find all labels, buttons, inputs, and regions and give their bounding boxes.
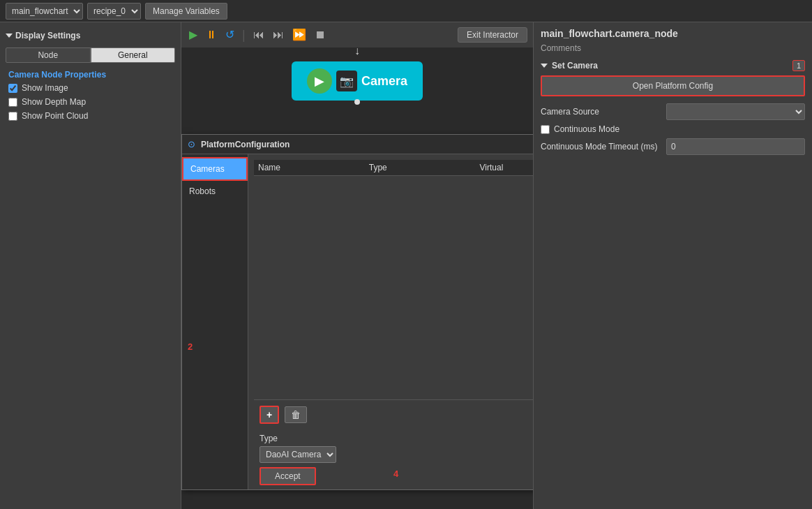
type-row: Type [254, 429, 533, 443]
tab-general[interactable]: General [91, 47, 176, 63]
show-depth-map-row: Show Depth Map [0, 95, 181, 109]
open-platform-config-button[interactable]: Open Platform Config [541, 75, 805, 96]
main-layout: Display Settings Node General Camera Nod… [0, 22, 812, 509]
continuous-mode-checkbox[interactable] [541, 125, 550, 134]
show-image-label: Show Image [22, 83, 68, 93]
camera-type-select[interactable]: DaoAI Camera [260, 446, 336, 463]
tab-node[interactable]: Node [6, 47, 91, 63]
continuous-timeout-input[interactable] [666, 138, 805, 155]
set-camera-title: Set Camera [552, 61, 598, 71]
comments-label: Comments [541, 43, 805, 53]
camera-source-select[interactable] [666, 103, 805, 120]
col-name: Name [258, 163, 369, 172]
dialog-nav: Cameras Robots 2 [182, 154, 248, 489]
accept-button[interactable]: Accept [260, 467, 316, 485]
dialog-footer: + 🗑 Config [254, 399, 533, 429]
show-image-checkbox[interactable] [8, 84, 17, 93]
dialog-body: Cameras Robots 2 Nam [182, 154, 533, 489]
show-depth-map-checkbox[interactable] [8, 98, 17, 107]
top-bar: main_flowchart recipe_0 Manage Variables [0, 0, 812, 22]
col-virtual: Virtual [480, 163, 534, 172]
collapse-icon [6, 34, 13, 38]
set-camera-section-header: Set Camera 1 [541, 60, 805, 71]
nav-item-cameras[interactable]: Cameras [182, 157, 248, 181]
table-body [254, 176, 533, 399]
center-area: ▶ ⏸ ↺ | ⏮ ⏭ ⏩ ⏹ Exit Interactor ↓ ▶ 📷 Ca… [181, 22, 533, 509]
table-header: Name Type Virtual Quick Connect [254, 160, 533, 176]
dialog-titlebar: ⊙ PlatformConfiguration ? ✕ [182, 135, 533, 154]
show-image-row: Show Image [0, 81, 181, 95]
recipe-select[interactable]: recipe_0 [87, 3, 141, 20]
dialog-app-icon: ⊙ [188, 139, 195, 149]
type-select-row: DaoAI Camera 3 [254, 443, 533, 463]
step1-badge: 1 [792, 60, 805, 71]
show-point-cloud-label: Show Point Cloud [22, 111, 88, 121]
step2-label: 2 [188, 341, 193, 352]
show-depth-map-label: Show Depth Map [22, 97, 86, 107]
step2-area: 2 [182, 341, 248, 352]
nav-item-robots[interactable]: Robots [182, 181, 248, 202]
camera-source-label: Camera Source [541, 107, 666, 117]
add-camera-button[interactable]: + [260, 406, 279, 424]
right-panel-title: main_flowchart.camera_node [541, 28, 805, 39]
delete-camera-button[interactable]: 🗑 [285, 406, 307, 423]
right-panel: main_flowchart.camera_node Comments Set … [533, 22, 812, 509]
continuous-mode-row: Continuous Mode [541, 124, 805, 134]
camera-node-properties-title: Camera Node Properties [0, 67, 181, 81]
accept-row: Accept 4 [254, 463, 533, 489]
type-label: Type [260, 434, 278, 443]
left-sidebar: Display Settings Node General Camera Nod… [0, 22, 181, 509]
camera-source-row: Camera Source [541, 103, 805, 120]
col-type: Type [369, 163, 480, 172]
dialog-content: Name Type Virtual Quick Connect + 🗑 Conf… [248, 154, 533, 489]
continuous-mode-label: Continuous Mode [554, 124, 679, 134]
continuous-timeout-row: Continuous Mode Timeout (ms) [541, 138, 805, 155]
set-camera-collapse-icon [541, 64, 548, 68]
manage-variables-button[interactable]: Manage Variables [145, 3, 227, 20]
show-point-cloud-row: Show Point Cloud [0, 109, 181, 123]
show-point-cloud-checkbox[interactable] [8, 112, 17, 121]
platform-config-dialog: ⊙ PlatformConfiguration ? ✕ Cameras Robo… [181, 134, 533, 490]
node-general-tabs: Node General [6, 47, 175, 63]
continuous-timeout-label: Continuous Mode Timeout (ms) [541, 142, 666, 152]
dialog-title: PlatformConfiguration [201, 140, 533, 149]
flowchart-select[interactable]: main_flowchart [6, 3, 83, 20]
step4-label: 4 [393, 469, 398, 479]
display-settings-title: Display Settings [0, 28, 181, 43]
dialog-overlay: ⊙ PlatformConfiguration ? ✕ Cameras Robo… [181, 22, 533, 509]
